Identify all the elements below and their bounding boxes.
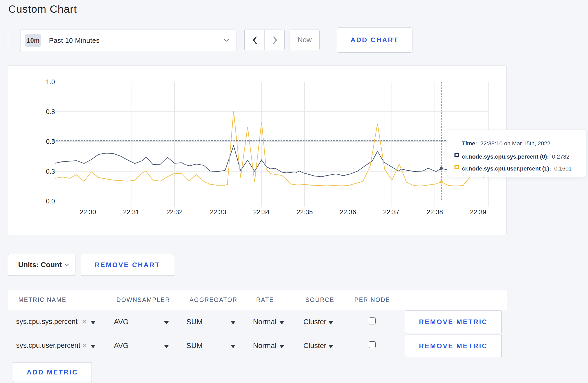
svg-text:22:37: 22:37: [383, 208, 400, 216]
svg-text:22:34: 22:34: [253, 208, 270, 216]
svg-text:22:32: 22:32: [166, 208, 183, 216]
svg-text:0.3: 0.3: [46, 168, 55, 175]
svg-text:22:39: 22:39: [470, 208, 486, 216]
svg-text:22:33: 22:33: [210, 208, 226, 216]
svg-text:22:38: 22:38: [427, 208, 443, 216]
svg-text:22:31: 22:31: [123, 208, 139, 216]
svg-text:1.0: 1.0: [46, 78, 55, 86]
svg-text:22:36: 22:36: [340, 208, 356, 216]
svg-text:0.0: 0.0: [46, 197, 55, 205]
svg-text:22:35: 22:35: [297, 208, 313, 216]
svg-text:0.5: 0.5: [46, 138, 55, 145]
svg-text:22:30: 22:30: [80, 208, 96, 216]
svg-text:0.8: 0.8: [46, 108, 55, 115]
